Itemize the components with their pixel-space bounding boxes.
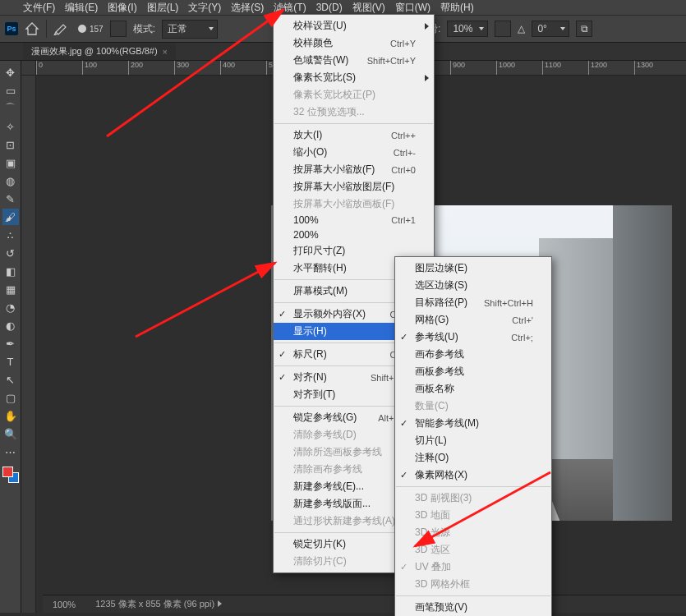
menu-item-shortcut: Ctrl+' [495, 315, 533, 325]
menu-item-label: 标尺(R) [293, 347, 327, 361]
menu-item-label: 注释(O) [415, 451, 449, 465]
lasso-tool[interactable]: ⌒ [2, 100, 19, 117]
menu-item-shortcut: Ctrl+1 [375, 215, 416, 225]
menu-item-label: 200% [293, 229, 319, 241]
eyedropper-tool[interactable]: ◍ [2, 172, 19, 189]
menu-item-label: 对齐(N) [293, 370, 327, 384]
menu-item[interactable]: 按屏幕大小缩放(F)Ctrl+0 [274, 161, 434, 178]
home-icon[interactable] [25, 21, 39, 36]
ruler-origin[interactable] [21, 61, 36, 76]
move-tool[interactable]: ✥ [2, 64, 19, 80]
menu-item: 按屏幕大小缩放画板(F) [274, 195, 434, 213]
mb-edit[interactable]: 编辑(E) [60, 1, 103, 15]
path-select-tool[interactable]: ↖ [2, 371, 19, 388]
menu-item[interactable]: 目标路径(P)Shift+Ctrl+H [395, 294, 551, 311]
type-tool[interactable]: T [2, 353, 19, 370]
menu-item[interactable]: 画笔预览(V) [395, 599, 551, 616]
status-zoom[interactable]: 100% [53, 600, 76, 609]
healing-brush-tool[interactable]: ✎ [2, 191, 19, 207]
menu-item-label: 打印尺寸(Z) [293, 244, 345, 258]
annotation-arrow-2 [127, 255, 288, 347]
menu-item-label: 屏幕模式(M) [293, 284, 348, 298]
marquee-tool[interactable]: ▭ [2, 82, 19, 99]
history-brush-tool[interactable]: ↺ [2, 245, 19, 261]
menu-item-label: 画布参考线 [415, 347, 464, 361]
menu-item[interactable]: 画布参考线 [395, 346, 551, 363]
menu-item-label: UV 叠加 [415, 560, 451, 574]
pen-tool[interactable]: ✒ [2, 335, 19, 352]
vertical-ruler[interactable] [21, 76, 36, 613]
hand-tool[interactable]: ✋ [2, 407, 19, 424]
menu-item-label: 对齐到(T) [293, 388, 335, 402]
fg-color-swatch[interactable] [2, 467, 13, 477]
ruler-tick: 900 [450, 61, 496, 75]
menu-item[interactable]: 画板参考线 [395, 363, 551, 380]
svg-line-2 [415, 472, 550, 546]
menu-item-label: 清除画布参考线 [293, 462, 362, 476]
edit-toolbar[interactable]: ⋯ [2, 444, 19, 460]
zoom-tool[interactable]: 🔍 [2, 425, 19, 442]
menu-item[interactable]: 100%Ctrl+1 [274, 213, 434, 228]
menu-item-label: 3D 网格外框 [415, 577, 470, 591]
mb-help[interactable]: 帮助(H) [435, 1, 479, 15]
ruler-tick: 0 [36, 61, 82, 75]
menu-item-label: 显示额外内容(X) [293, 307, 366, 321]
ruler-tick: 1200 [588, 61, 634, 75]
menu-item[interactable]: 参考线(U)Ctrl+; [395, 329, 551, 346]
symmetry-icon[interactable]: ⧉ [576, 21, 592, 37]
brush-tool[interactable]: 🖌 [2, 209, 19, 225]
smooth-settings-icon[interactable] [495, 21, 511, 37]
menu-item-label: 选区边缘(S) [415, 278, 467, 292]
menu-item-label: 画板名称 [415, 382, 454, 396]
menu-item[interactable]: 选区边缘(S) [395, 277, 551, 294]
menu-item-label: 锁定切片(K) [293, 537, 346, 551]
angle-dropdown[interactable]: 0° [532, 21, 569, 37]
menu-separator [396, 595, 550, 596]
mb-view[interactable]: 视图(V) [348, 1, 390, 15]
menu-item-label: 锁定参考线(G) [293, 411, 357, 425]
menu-item[interactable]: 图层边缘(E) [395, 260, 551, 277]
menu-item[interactable]: 网格(G)Ctrl+' [395, 311, 551, 329]
mb-window[interactable]: 窗口(W) [390, 1, 435, 15]
blur-tool[interactable]: ◔ [2, 299, 19, 315]
menu-item-label: 水平翻转(H) [293, 261, 347, 275]
menu-item-shortcut: Ctrl+- [377, 148, 416, 158]
menu-item[interactable]: 智能参考线(M) [395, 415, 551, 432]
brush-tool-icon[interactable] [53, 22, 71, 35]
annotation-arrow-3 [403, 464, 563, 557]
menu-item-label: 按屏幕大小缩放画板(F) [293, 197, 394, 211]
menu-item-label: 缩小(O) [293, 145, 327, 159]
menu-item: 数量(C) [395, 398, 551, 415]
menu-item[interactable]: 画板名称 [395, 380, 551, 398]
show-submenu: 图层边缘(E)选区边缘(S)目标路径(P)Shift+Ctrl+H网格(G)Ct… [394, 256, 552, 616]
eraser-tool[interactable]: ◧ [2, 263, 19, 279]
frame-tool[interactable]: ▣ [2, 154, 19, 171]
menu-item[interactable]: 切片(L) [395, 432, 551, 449]
gradient-tool[interactable]: ▦ [2, 281, 19, 297]
stamp-tool[interactable]: ⛬ [2, 227, 19, 243]
mb-3d[interactable]: 3D(D) [311, 2, 348, 13]
ruler-tick: 1300 [634, 61, 680, 75]
menu-item: UV 叠加 [395, 559, 551, 576]
tool-palette: ✥ ▭ ⌒ ✧ ⊡ ▣ ◍ ✎ 🖌 ⛬ ↺ ◧ ▦ ◔ ◐ ✒ T ↖ ▢ ✋ … [0, 61, 21, 613]
menu-item-shortcut: Ctrl+; [495, 333, 533, 342]
status-doc-info[interactable]: 1235 像素 x 855 像素 (96 ppi) [95, 598, 222, 610]
menu-item-label: 清除切片(C) [293, 554, 347, 568]
menu-item-shortcut: Shift+Ctrl+H [467, 298, 533, 308]
menu-item-label: 画板参考线 [415, 365, 464, 379]
angle-label: △ [518, 23, 525, 34]
menu-item-label: 画笔预览(V) [415, 600, 467, 614]
rectangle-tool[interactable]: ▢ [2, 389, 19, 406]
magic-wand-tool[interactable]: ✧ [2, 118, 19, 135]
color-swatch[interactable] [2, 467, 19, 483]
crop-tool[interactable]: ⊡ [2, 136, 19, 153]
mb-file[interactable]: 文件(F) [18, 1, 60, 15]
dodge-tool[interactable]: ◐ [2, 317, 19, 333]
menu-item-label: 目标路径(P) [415, 296, 467, 310]
ruler-tick: 1100 [542, 61, 588, 75]
menu-item[interactable]: 200% [274, 228, 434, 242]
svg-line-1 [136, 263, 275, 337]
menu-item[interactable]: 按屏幕大小缩放图层(F) [274, 178, 434, 195]
smooth-dropdown[interactable]: 10% [447, 21, 488, 37]
menu-item-label: 32 位预览选项... [293, 105, 365, 119]
